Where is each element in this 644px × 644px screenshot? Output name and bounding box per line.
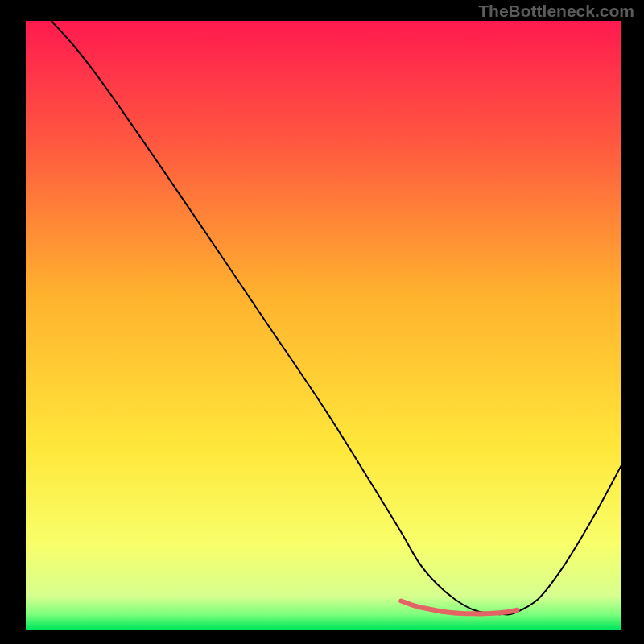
plot-background xyxy=(26,21,621,630)
chart-frame: TheBottleneck.com xyxy=(0,0,644,644)
bottleneck-chart xyxy=(0,0,644,644)
watermark-text: TheBottleneck.com xyxy=(478,2,634,21)
